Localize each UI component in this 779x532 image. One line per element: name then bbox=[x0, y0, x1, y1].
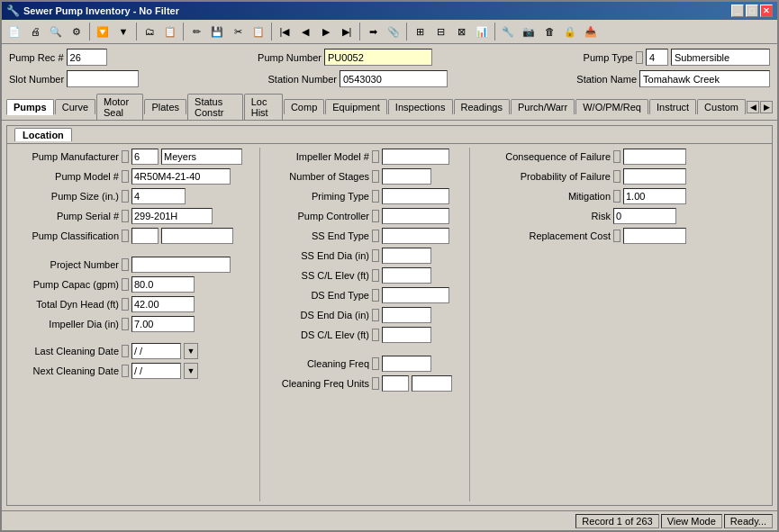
tab-comp[interactable]: Comp bbox=[284, 99, 324, 114]
tab-inspections[interactable]: Inspections bbox=[388, 99, 453, 114]
station-name-group: Station Name bbox=[576, 70, 770, 87]
page-button[interactable]: 📋 bbox=[160, 22, 180, 41]
probability-indicator bbox=[613, 170, 620, 183]
photo-button[interactable]: 📷 bbox=[519, 22, 539, 41]
next-button[interactable]: ▶ bbox=[316, 22, 336, 41]
tab-loc-hist[interactable]: Loc Hist bbox=[244, 94, 283, 120]
tab-purch-warr[interactable]: Purch/Warr bbox=[511, 99, 575, 114]
close-button[interactable]: ✕ bbox=[760, 5, 773, 17]
next-cleaning-label: Next Cleaning Date bbox=[11, 365, 119, 376]
save-button[interactable]: 💾 bbox=[207, 22, 227, 41]
last-cleaning-row: Last Cleaning Date ▼ bbox=[11, 342, 254, 360]
pump-type-code-input[interactable] bbox=[646, 49, 668, 66]
replacement-cost-input[interactable] bbox=[623, 228, 686, 244]
tab-plates[interactable]: Plates bbox=[144, 99, 186, 114]
filter-button[interactable]: 🔽 bbox=[93, 22, 113, 41]
pump-model-row: Pump Model # bbox=[11, 167, 254, 185]
pump-rec-input[interactable] bbox=[67, 49, 107, 66]
grid2-button[interactable]: ⊟ bbox=[430, 22, 450, 41]
pump-number-input[interactable] bbox=[324, 49, 432, 66]
total-dyn-head-input[interactable] bbox=[131, 296, 195, 312]
tab-equipment[interactable]: Equipment bbox=[325, 99, 387, 114]
maximize-button[interactable]: □ bbox=[746, 5, 758, 17]
tab-motor-seal[interactable]: Motor Seal bbox=[96, 94, 143, 120]
tab-status-constr[interactable]: Status Constr bbox=[187, 94, 243, 120]
project-number-indicator bbox=[122, 258, 129, 271]
tab-wo-pm-req[interactable]: W/O/PM/Req bbox=[575, 99, 648, 114]
cut-button[interactable]: ✂ bbox=[228, 22, 248, 41]
station-name-input[interactable] bbox=[639, 70, 770, 87]
delete-button[interactable]: 🗑 bbox=[539, 22, 559, 41]
tools-button[interactable]: ⚙ bbox=[67, 22, 86, 41]
location-subtab[interactable]: Location bbox=[14, 128, 72, 141]
num-stages-input[interactable] bbox=[382, 168, 431, 185]
consequence-input[interactable] bbox=[623, 149, 686, 165]
impeller-model-input[interactable] bbox=[382, 149, 449, 165]
probability-input[interactable] bbox=[623, 168, 686, 185]
risk-input[interactable] bbox=[613, 208, 676, 224]
ds-end-dia-input[interactable] bbox=[382, 307, 431, 323]
new-button[interactable]: 📄 bbox=[5, 22, 24, 41]
cleaning-freq-units-value-input[interactable] bbox=[412, 375, 452, 392]
tab-scroll-left[interactable]: ◀ bbox=[747, 101, 759, 113]
edit-button[interactable]: ✏ bbox=[186, 22, 206, 41]
tab-readings[interactable]: Readings bbox=[454, 99, 510, 114]
minimize-button[interactable]: _ bbox=[731, 5, 744, 17]
ds-cl-elev-row: DS C/L Elev (ft) bbox=[266, 326, 464, 344]
ss-cl-elev-input[interactable] bbox=[382, 267, 431, 284]
pump-class-value-input[interactable] bbox=[161, 228, 233, 244]
wrench-button[interactable]: 🔧 bbox=[498, 22, 518, 41]
copy-button[interactable]: 📋 bbox=[249, 22, 268, 41]
first-button[interactable]: |◀ bbox=[275, 22, 294, 41]
lock-button[interactable]: 🔒 bbox=[560, 22, 580, 41]
export-button[interactable]: 📥 bbox=[581, 22, 601, 41]
cleaning-freq-units-code-input[interactable] bbox=[382, 375, 409, 392]
ds-end-type-input[interactable] bbox=[382, 287, 449, 303]
mitigation-input[interactable] bbox=[623, 188, 686, 204]
consequence-indicator bbox=[613, 150, 620, 163]
chart-button[interactable]: 📊 bbox=[472, 22, 492, 41]
project-number-input[interactable] bbox=[131, 257, 231, 273]
search-button[interactable]: 🔍 bbox=[46, 22, 66, 41]
last-cleaning-input[interactable] bbox=[131, 343, 181, 359]
pump-manufacturer-value-input[interactable] bbox=[161, 149, 242, 165]
grid3-button[interactable]: ⊠ bbox=[451, 22, 471, 41]
pump-model-input[interactable] bbox=[131, 168, 231, 185]
pump-capac-label: Pump Capac (gpm) bbox=[11, 279, 119, 290]
cleaning-freq-input[interactable] bbox=[382, 356, 431, 372]
pump-capac-input[interactable] bbox=[131, 276, 195, 293]
pump-capac-indicator bbox=[122, 278, 129, 291]
tab-scroll-right[interactable]: ▶ bbox=[760, 101, 773, 113]
pump-manufacturer-code-input[interactable] bbox=[131, 149, 159, 165]
impeller-dia-input[interactable] bbox=[131, 316, 195, 332]
station-number-input[interactable] bbox=[340, 70, 448, 87]
jump-button[interactable]: ➡ bbox=[363, 22, 383, 41]
last-button[interactable]: ▶| bbox=[337, 22, 357, 41]
filter2-button[interactable]: ▼ bbox=[113, 22, 133, 41]
tab-instruct[interactable]: Instruct bbox=[649, 99, 696, 114]
attach-button[interactable]: 📎 bbox=[384, 22, 403, 41]
pump-class-code-input[interactable] bbox=[131, 228, 159, 244]
prev-button[interactable]: ◀ bbox=[295, 22, 315, 41]
pump-serial-input[interactable] bbox=[131, 208, 213, 224]
print-button[interactable]: 🖨 bbox=[25, 22, 45, 41]
pump-size-input[interactable] bbox=[131, 188, 186, 204]
ss-end-type-input[interactable] bbox=[382, 228, 449, 244]
next-cleaning-dropdown[interactable]: ▼ bbox=[184, 363, 198, 379]
tab-curve[interactable]: Curve bbox=[55, 99, 95, 114]
titlebar-buttons: _ □ ✕ bbox=[731, 5, 773, 17]
slot-number-input[interactable] bbox=[67, 70, 139, 87]
col-divider-2 bbox=[469, 148, 470, 501]
pump-type-label: Pump Type bbox=[584, 52, 633, 63]
tab-custom[interactable]: Custom bbox=[697, 99, 746, 114]
folder-button[interactable]: 🗂 bbox=[140, 22, 159, 41]
pump-type-value-input[interactable] bbox=[671, 49, 770, 66]
last-cleaning-dropdown[interactable]: ▼ bbox=[184, 343, 198, 359]
grid1-button[interactable]: ⊞ bbox=[410, 22, 430, 41]
ds-cl-elev-input[interactable] bbox=[382, 327, 431, 343]
tab-pumps[interactable]: Pumps bbox=[6, 99, 54, 115]
next-cleaning-input[interactable] bbox=[131, 363, 181, 379]
priming-type-input[interactable] bbox=[382, 188, 449, 204]
pump-controller-input[interactable] bbox=[382, 208, 449, 224]
ss-end-dia-input[interactable] bbox=[382, 248, 431, 264]
